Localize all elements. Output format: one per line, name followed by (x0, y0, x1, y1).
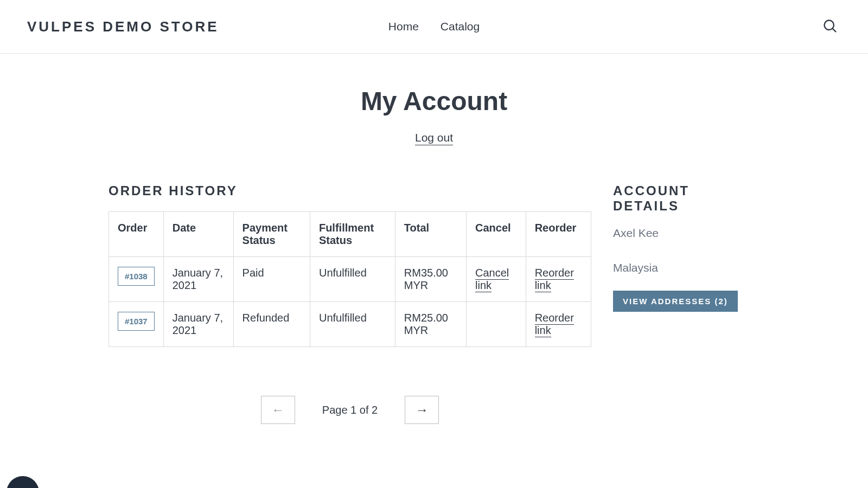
col-fulfillment-status: Fulfillment Status (310, 212, 395, 257)
order-total: RM25.00 MYR (395, 302, 466, 347)
cancel-link[interactable]: Cancel link (475, 267, 509, 292)
nav-catalog[interactable]: Catalog (441, 20, 480, 33)
order-total: RM35.00 MYR (395, 257, 466, 302)
account-name: Axel Kee (613, 227, 760, 240)
arrow-right-icon: → (416, 402, 429, 418)
site-header: VULPES DEMO STORE Home Catalog (0, 0, 868, 54)
order-history-heading: ORDER HISTORY (108, 183, 591, 198)
pagination-next[interactable]: → (405, 396, 439, 424)
order-history-table: Order Date Payment Status Fulfillment St… (108, 211, 591, 347)
order-payment-status: Refunded (233, 302, 310, 347)
order-date: January 7, 2021 (163, 302, 233, 347)
col-reorder: Reorder (526, 212, 591, 257)
logout-link[interactable]: Log out (415, 131, 453, 145)
col-cancel: Cancel (467, 212, 526, 257)
order-payment-status: Paid (233, 257, 310, 302)
order-cancel-empty (467, 302, 526, 347)
brand-title[interactable]: VULPES DEMO STORE (27, 18, 219, 35)
order-fulfillment-status: Unfulfilled (310, 257, 395, 302)
pagination: ← Page 1 of 2 → (108, 396, 591, 424)
nav-home[interactable]: Home (388, 20, 419, 33)
order-date: January 7, 2021 (163, 257, 233, 302)
content-columns: ORDER HISTORY Order Date Payment Status … (0, 183, 868, 424)
page-indicator: Page 1 of 2 (322, 404, 378, 416)
main-nav: Home Catalog (388, 20, 480, 33)
table-row: #1038 January 7, 2021 Paid Unfulfilled R… (109, 257, 591, 302)
reorder-link[interactable]: Reorder link (535, 267, 574, 292)
account-details-heading: ACCOUNT DETAILS (613, 183, 760, 214)
order-link[interactable]: #1038 (118, 267, 155, 286)
account-details-section: ACCOUNT DETAILS Axel Kee Malaysia VIEW A… (613, 183, 760, 424)
col-payment-status: Payment Status (233, 212, 310, 257)
page-title-block: My Account Log out (0, 86, 868, 145)
arrow-left-icon: ← (271, 402, 284, 418)
order-history-section: ORDER HISTORY Order Date Payment Status … (108, 183, 591, 424)
account-country: Malaysia (613, 261, 760, 274)
table-header-row: Order Date Payment Status Fulfillment St… (109, 212, 591, 257)
col-date: Date (163, 212, 233, 257)
col-total: Total (395, 212, 466, 257)
order-fulfillment-status: Unfulfilled (310, 302, 395, 347)
reorder-link[interactable]: Reorder link (535, 312, 574, 337)
table-row: #1037 January 7, 2021 Refunded Unfulfill… (109, 302, 591, 347)
view-addresses-button[interactable]: VIEW ADDRESSES (2) (613, 291, 738, 312)
search-icon (822, 18, 838, 34)
order-link[interactable]: #1037 (118, 312, 155, 331)
search-button[interactable] (819, 15, 841, 38)
pagination-prev[interactable]: ← (261, 396, 295, 424)
chat-launcher[interactable] (7, 476, 39, 488)
svg-line-1 (833, 28, 836, 31)
page-title: My Account (0, 86, 868, 116)
col-order: Order (109, 212, 164, 257)
